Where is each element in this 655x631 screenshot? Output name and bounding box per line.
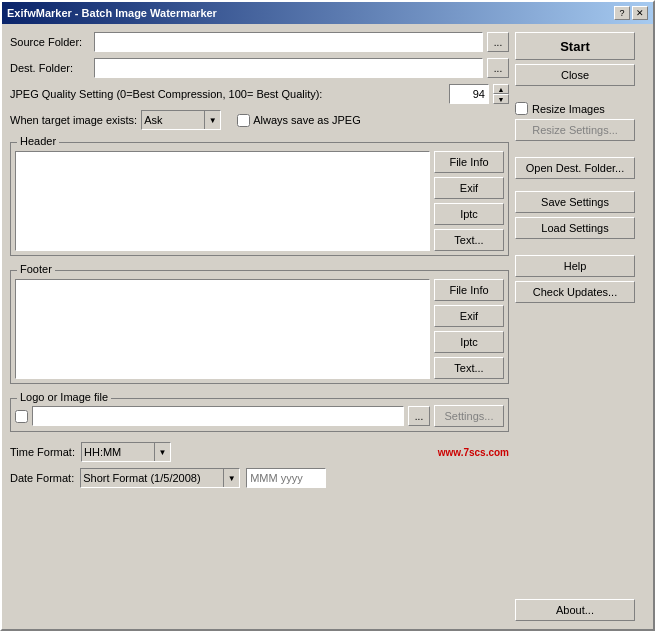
header-textarea[interactable]: [15, 151, 430, 251]
right-panel: Start Close Resize Images Resize Setting…: [515, 32, 645, 621]
main-content: Source Folder: ... Dest. Folder: ... JPE…: [2, 24, 653, 629]
jpeg-quality-down-button[interactable]: ▼: [493, 94, 509, 104]
logo-browse-button[interactable]: ...: [408, 406, 430, 426]
separator-5: [515, 307, 645, 595]
logo-group: Logo or Image file ... Settings...: [10, 398, 509, 432]
help-title-button[interactable]: ?: [614, 6, 630, 20]
dest-folder-input[interactable]: [94, 58, 483, 78]
when-target-label: When target image exists:: [10, 114, 137, 126]
main-window: ExifwMarker - Batch Image Watermarker ? …: [0, 0, 655, 631]
date-format-label: Date Format:: [10, 472, 74, 484]
jpeg-quality-row: JPEG Quality Setting (0=Best Compression…: [10, 84, 509, 104]
date-format-custom-input[interactable]: [246, 468, 326, 488]
footer-file-info-button[interactable]: File Info: [434, 279, 504, 301]
always-save-jpeg-text: Always save as JPEG: [253, 114, 361, 126]
about-button[interactable]: About...: [515, 599, 635, 621]
dest-folder-label: Dest. Folder:: [10, 62, 90, 74]
logo-checkbox[interactable]: [15, 410, 28, 423]
start-button[interactable]: Start: [515, 32, 635, 60]
save-settings-button[interactable]: Save Settings: [515, 191, 635, 213]
footer-iptc-button[interactable]: Iptc: [434, 331, 504, 353]
window-title: ExifwMarker - Batch Image Watermarker: [7, 7, 217, 19]
separator-3: [515, 183, 645, 187]
date-format-dropdown[interactable]: Short Format (1/5/2008) Long Format Cust…: [80, 468, 240, 488]
footer-section-content: File Info Exif Iptc Text...: [15, 279, 504, 379]
left-panel: Source Folder: ... Dest. Folder: ... JPE…: [10, 32, 509, 621]
separator-1: [515, 90, 645, 98]
footer-group: Footer File Info Exif Iptc Text...: [10, 270, 509, 384]
date-format-dropdown-wrapper: Short Format (1/5/2008) Long Format Cust…: [80, 468, 240, 488]
header-exif-button[interactable]: Exif: [434, 177, 504, 199]
always-save-jpeg-label: Always save as JPEG: [237, 114, 361, 127]
resize-images-checkbox[interactable]: [515, 102, 528, 115]
source-folder-input[interactable]: [94, 32, 483, 52]
source-folder-row: Source Folder: ...: [10, 32, 509, 52]
dest-folder-row: Dest. Folder: ...: [10, 58, 509, 78]
footer-exif-button[interactable]: Exif: [434, 305, 504, 327]
date-format-row: Date Format: Short Format (1/5/2008) Lon…: [10, 468, 509, 488]
open-dest-folder-button[interactable]: Open Dest. Folder...: [515, 157, 635, 179]
header-section-content: File Info Exif Iptc Text...: [15, 151, 504, 251]
source-folder-browse-button[interactable]: ...: [487, 32, 509, 52]
header-group: Header File Info Exif Iptc Text...: [10, 142, 509, 256]
header-buttons: File Info Exif Iptc Text...: [434, 151, 504, 251]
title-bar-buttons: ? ✕: [614, 6, 648, 20]
jpeg-quality-spinner: ▲ ▼: [493, 84, 509, 104]
dest-folder-browse-button[interactable]: ...: [487, 58, 509, 78]
time-format-row: Time Format: HH:MM HH:MM:SS HH:MM AM/PM …: [10, 442, 509, 462]
logo-path-input[interactable]: [32, 406, 404, 426]
help-button[interactable]: Help: [515, 255, 635, 277]
header-text-button[interactable]: Text...: [434, 229, 504, 251]
when-target-dropdown[interactable]: Ask Overwrite Skip: [141, 110, 221, 130]
jpeg-quality-input[interactable]: [449, 84, 489, 104]
header-iptc-button[interactable]: Iptc: [434, 203, 504, 225]
footer-textarea[interactable]: [15, 279, 430, 379]
logo-settings-button[interactable]: Settings...: [434, 405, 504, 427]
jpeg-quality-up-button[interactable]: ▲: [493, 84, 509, 94]
check-updates-button[interactable]: Check Updates...: [515, 281, 635, 303]
footer-legend: Footer: [17, 263, 55, 275]
when-target-row: When target image exists: Ask Overwrite …: [10, 110, 509, 130]
resize-settings-button[interactable]: Resize Settings...: [515, 119, 635, 141]
footer-text-button[interactable]: Text...: [434, 357, 504, 379]
load-settings-button[interactable]: Load Settings: [515, 217, 635, 239]
logo-row: ... Settings...: [15, 405, 504, 427]
time-format-dropdown[interactable]: HH:MM HH:MM:SS HH:MM AM/PM: [81, 442, 171, 462]
time-format-dropdown-wrapper: HH:MM HH:MM:SS HH:MM AM/PM ▼: [81, 442, 171, 462]
logo-legend: Logo or Image file: [17, 391, 111, 403]
separator-2: [515, 145, 645, 153]
header-file-info-button[interactable]: File Info: [434, 151, 504, 173]
close-title-button[interactable]: ✕: [632, 6, 648, 20]
watermark-text: www.7scs.com: [438, 447, 509, 458]
close-button[interactable]: Close: [515, 64, 635, 86]
time-format-label: Time Format:: [10, 446, 75, 458]
source-folder-label: Source Folder:: [10, 36, 90, 48]
footer-buttons: File Info Exif Iptc Text...: [434, 279, 504, 379]
separator-4: [515, 243, 645, 251]
jpeg-quality-label: JPEG Quality Setting (0=Best Compression…: [10, 88, 445, 100]
always-save-jpeg-checkbox[interactable]: [237, 114, 250, 127]
when-target-dropdown-wrapper: Ask Overwrite Skip ▼: [141, 110, 221, 130]
title-bar: ExifwMarker - Batch Image Watermarker ? …: [2, 2, 653, 24]
resize-images-label: Resize Images: [532, 103, 605, 115]
resize-images-row: Resize Images: [515, 102, 645, 115]
header-legend: Header: [17, 135, 59, 147]
